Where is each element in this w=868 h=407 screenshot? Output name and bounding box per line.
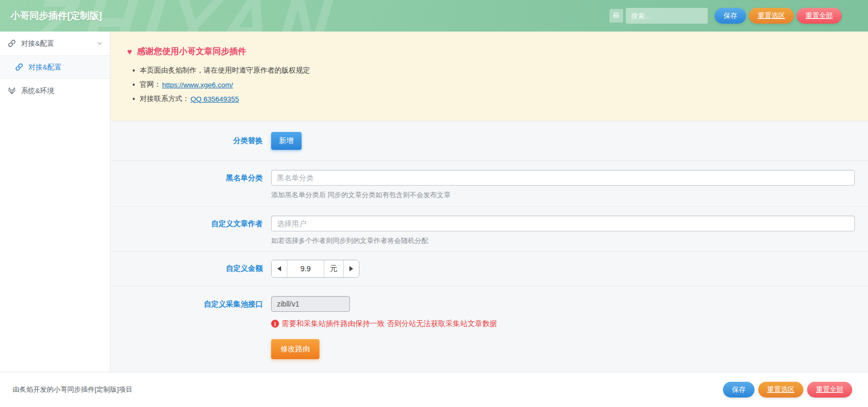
field-row-api: 自定义采集池接口 需要和采集站插件路由保持一致 否则分站无法获取采集站文章数据 … xyxy=(110,286,868,372)
chevron-right-icon xyxy=(349,266,353,271)
footer-credit-text: 由炙焰开发的小哥同步插件[定制版]项目 xyxy=(13,385,132,394)
page-title: 小哥同步插件[定制版] xyxy=(11,9,102,22)
field-label: 自定义采集池接口 xyxy=(110,296,263,359)
field-row-blacklist: 黑名单分类 添加黑名单分类后 同步的文章分类如有包含则不会发布文章 xyxy=(110,160,868,206)
chevron-left-icon xyxy=(277,266,281,271)
link-icon xyxy=(15,63,24,72)
reset-selection-button[interactable]: 重置选区 xyxy=(758,382,803,398)
sidebar-item-connect-config-parent[interactable]: 对接&配置 xyxy=(0,32,110,55)
sidebar-item-label: 系统&环境 xyxy=(21,86,54,96)
notice-list: 本页面由炙焰制作，请在使用时遵守原作者的版权规定 官网： https://www… xyxy=(127,66,868,104)
sidebar-item-connect-config[interactable]: 对接&配置 xyxy=(0,55,110,79)
field-row-author: 自定义文章作者 如若选择多个作者则同步到的文章作者将会随机分配 xyxy=(110,206,868,251)
chevron-down-icon xyxy=(97,40,102,46)
add-category-button[interactable]: 新增 xyxy=(271,132,302,150)
notice-line-text: 本页面由炙焰制作，请在使用时遵守原作者的版权规定 xyxy=(140,66,310,75)
api-route-input[interactable] xyxy=(271,296,350,312)
sidebar-item-label: 对接&配置 xyxy=(28,63,61,72)
amount-input[interactable] xyxy=(287,260,324,277)
notice-title-row: 感谢您使用小哥文章同步插件 xyxy=(127,46,868,57)
settings-content: 感谢您使用小哥文章同步插件 本页面由炙焰制作，请在使用时遵守原作者的版权规定 官… xyxy=(110,32,868,372)
list-item: 官网： https://www.xge6.com/ xyxy=(127,80,868,89)
reset-all-button[interactable]: 重置全部 xyxy=(807,382,852,398)
thanks-notice: 感谢您使用小哥文章同步插件 本页面由炙焰制作，请在使用时遵守原作者的版权规定 官… xyxy=(110,32,868,121)
notice-line-prefix: 官网： xyxy=(140,80,161,89)
field-label: 自定义金额 xyxy=(110,264,263,273)
edit-route-button[interactable]: 修改路由 xyxy=(271,339,319,359)
field-help-text: 添加黑名单分类后 同步的文章分类如有包含则不会发布文章 xyxy=(271,190,855,200)
main-wrap: 对接&配置 对接&配置 xyxy=(0,32,868,372)
list-icon xyxy=(613,12,620,21)
sidebar: 对接&配置 对接&配置 xyxy=(0,32,110,372)
field-control: 需要和采集站插件路由保持一致 否则分站无法获取采集站文章数据 修改路由 xyxy=(271,296,855,359)
field-label: 自定义文章作者 xyxy=(110,216,263,251)
app-window: ZHIYAN 小哥同步插件[定制版] 保存 重置选区 重置全部 xyxy=(0,0,868,407)
amount-stepper: 元 xyxy=(271,260,359,278)
sidebar-item-system-env[interactable]: 系统&环境 xyxy=(0,79,110,103)
field-control: 新增 xyxy=(271,132,855,150)
field-control: 元 xyxy=(271,260,855,278)
link-icon xyxy=(7,39,16,48)
save-button[interactable]: 保存 xyxy=(715,8,746,24)
notice-title: 感谢您使用小哥文章同步插件 xyxy=(137,46,246,57)
field-control: 如若选择多个作者则同步到的文章作者将会随机分配 xyxy=(271,216,855,251)
topbar-actions: 保存 重置选区 重置全部 xyxy=(609,8,842,24)
field-row-amount: 自定义金额 元 xyxy=(110,251,868,286)
api-warning: 需要和采集站插件路由保持一致 否则分站无法获取采集站文章数据 xyxy=(271,319,855,329)
qq-contact-link[interactable]: QQ 635649355 xyxy=(190,95,239,103)
sidebar-item-label: 对接&配置 xyxy=(21,39,54,48)
notice-line-prefix: 对接联系方式： xyxy=(140,94,190,104)
author-select-input[interactable] xyxy=(271,216,855,231)
field-control: 添加黑名单分类后 同步的文章分类如有包含则不会发布文章 xyxy=(271,170,855,206)
list-item: 本页面由炙焰制作，请在使用时遵守原作者的版权规定 xyxy=(127,66,868,75)
blacklist-category-input[interactable] xyxy=(271,170,855,186)
gitlab-icon xyxy=(7,86,16,95)
footer: 由炙焰开发的小哥同步插件[定制版]项目 保存 重置选区 重置全部 xyxy=(0,372,868,407)
api-warning-text: 需要和采集站插件路由保持一致 否则分站无法获取采集站文章数据 xyxy=(282,319,497,329)
amount-unit: 元 xyxy=(324,260,343,277)
field-label: 分类替换 xyxy=(110,136,263,146)
reset-all-button[interactable]: 重置全部 xyxy=(797,8,842,24)
reset-selection-button[interactable]: 重置选区 xyxy=(749,8,794,24)
website-link[interactable]: https://www.xge6.com/ xyxy=(162,81,233,89)
search-input[interactable] xyxy=(626,8,708,24)
increment-button[interactable] xyxy=(343,260,359,277)
footer-actions: 保存 重置选区 重置全部 xyxy=(723,382,852,398)
decrement-button[interactable] xyxy=(272,260,287,277)
list-view-button[interactable] xyxy=(609,9,623,23)
field-row-category-replace: 分类替换 新增 xyxy=(110,121,868,160)
top-bar: ZHIYAN 小哥同步插件[定制版] 保存 重置选区 重置全部 xyxy=(0,0,868,32)
save-button[interactable]: 保存 xyxy=(723,382,755,398)
field-label: 黑名单分类 xyxy=(110,170,263,206)
list-item: 对接联系方式： QQ 635649355 xyxy=(127,94,868,104)
heart-icon xyxy=(127,48,132,56)
field-help-text: 如若选择多个作者则同步到的文章作者将会随机分配 xyxy=(271,236,855,246)
info-icon xyxy=(271,320,279,328)
